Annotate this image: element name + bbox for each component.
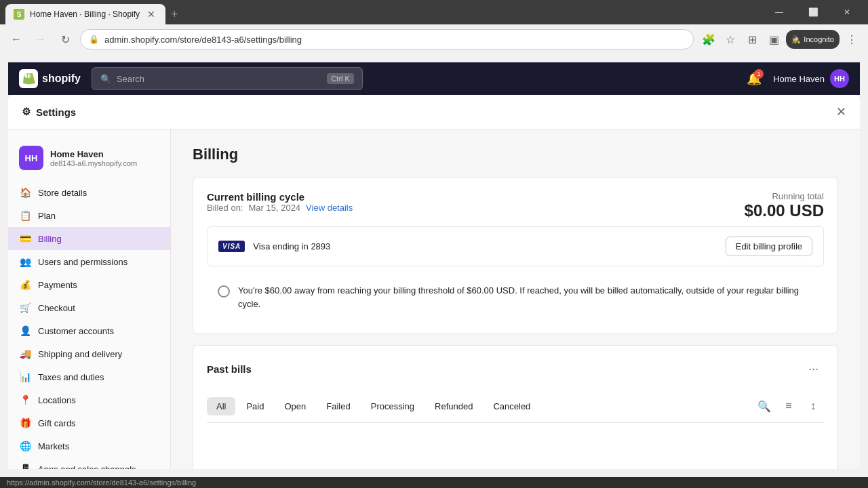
- gift-cards-icon: 🎁: [19, 417, 31, 429]
- store-name-label: Home Haven: [50, 149, 159, 159]
- sidebar-item-label: Billing: [38, 234, 62, 244]
- store-details-icon: 🏠: [19, 186, 31, 199]
- filter-tab-failed[interactable]: Failed: [317, 397, 359, 415]
- url-text: admin.shopify.com/store/de8143-a6/settin…: [104, 35, 302, 45]
- search-bills-button[interactable]: 🔍: [753, 395, 775, 417]
- active-tab[interactable]: S Home Haven · Billing · Shopify ✕: [5, 4, 165, 24]
- markets-icon: 🌐: [19, 440, 31, 452]
- tab-close-button[interactable]: ✕: [145, 8, 157, 20]
- notification-badge: 1: [754, 69, 764, 79]
- sidebar-button[interactable]: ▣: [764, 30, 783, 49]
- search-shortcut: Ctrl K: [327, 73, 354, 84]
- sidebar-item-label: Users and permissions: [38, 257, 127, 267]
- new-tab-button[interactable]: +: [165, 5, 184, 24]
- sidebar-item-shipping-delivery[interactable]: 🚚 Shipping and delivery: [8, 342, 170, 365]
- store-avatar: HH: [19, 146, 43, 170]
- gear-icon: ⚙: [22, 106, 31, 118]
- back-button[interactable]: ←: [7, 30, 26, 49]
- settings-body: HH Home Haven de8143-a6.myshopify.com 🏠 …: [8, 129, 860, 469]
- billing-cycle-top: Current billing cycle Billed on: Mar 15,…: [207, 191, 824, 224]
- store-badge[interactable]: Home Haven HH: [773, 69, 849, 88]
- billing-cycle-card: Current billing cycle Billed on: Mar 15,…: [193, 177, 838, 334]
- more-options-button[interactable]: ···: [803, 359, 824, 379]
- settings-title: ⚙ Settings: [22, 106, 76, 118]
- extensions-button[interactable]: 🧩: [699, 30, 718, 49]
- incognito-badge: 🕵 Incognito: [786, 30, 840, 49]
- sort-bills-button[interactable]: ↕: [802, 395, 824, 417]
- lock-icon: 🔒: [89, 35, 99, 44]
- apps-icon: 📱: [19, 463, 31, 469]
- visa-logo: VISA: [218, 241, 245, 252]
- running-total: Running total $0.00 USD: [745, 191, 824, 220]
- filter-tab-processing[interactable]: Processing: [361, 397, 424, 415]
- store-domain-label: de8143-a6.myshopify.com: [50, 159, 159, 167]
- past-bills-card: Past bills ··· All Paid Open Failed Proc…: [193, 345, 838, 469]
- sidebar-item-markets[interactable]: 🌐 Markets: [8, 434, 170, 458]
- billed-on-date: Mar 15, 2024: [248, 203, 300, 213]
- search-icon: 🔍: [100, 74, 111, 84]
- close-button[interactable]: ✕: [831, 0, 863, 24]
- sidebar-item-apps-sales-channels[interactable]: 📱 Apps and sales channels: [8, 458, 170, 469]
- settings-main: Billing Current billing cycle Billed on:…: [171, 129, 860, 469]
- settings-close-button[interactable]: ✕: [836, 104, 846, 119]
- tab-favicon: S: [14, 9, 24, 20]
- maximize-button[interactable]: ⬜: [797, 0, 829, 24]
- star-button[interactable]: ☆: [721, 30, 740, 49]
- threshold-notice: You're $60.00 away from reaching your bi…: [207, 274, 824, 320]
- bills-empty-area: [207, 423, 824, 469]
- sidebar-item-label: Customer accounts: [38, 326, 114, 336]
- sidebar-item-checkout[interactable]: 🛒 Checkout: [8, 296, 170, 319]
- forward-button[interactable]: →: [31, 30, 50, 49]
- filter-tab-all[interactable]: All: [207, 397, 235, 415]
- plan-icon: 📋: [19, 209, 31, 222]
- billing-icon: 💳: [19, 232, 31, 245]
- browser-titlebar: S Home Haven · Billing · Shopify ✕ + — ⬜…: [0, 0, 868, 24]
- filter-tab-open[interactable]: Open: [275, 397, 315, 415]
- menu-button[interactable]: ⋮: [842, 30, 861, 49]
- tab-search-button[interactable]: ⊞: [743, 30, 762, 49]
- minimize-button[interactable]: —: [764, 0, 795, 24]
- threshold-text: You're $60.00 away from reaching your bi…: [238, 284, 813, 310]
- bills-filters-row: All Paid Open Failed Processing Refunded…: [207, 390, 824, 423]
- sidebar-item-locations[interactable]: 📍 Locations: [8, 388, 170, 411]
- search-bar[interactable]: 🔍 Search Ctrl K: [92, 67, 363, 90]
- browser-toolbar: ← → ↻ 🔒 admin.shopify.com/store/de8143-a…: [0, 24, 868, 54]
- status-url: https://admin.shopify.com/store/de8143-a…: [7, 479, 196, 487]
- sidebar-item-store-details[interactable]: 🏠 Store details: [8, 181, 170, 204]
- edit-billing-button[interactable]: Edit billing profile: [726, 237, 812, 256]
- refresh-button[interactable]: ↻: [56, 30, 75, 49]
- shopify-logo-text: shopify: [42, 73, 81, 85]
- settings-heading: Settings: [36, 106, 76, 118]
- address-bar[interactable]: 🔒 admin.shopify.com/store/de8143-a6/sett…: [80, 29, 694, 49]
- search-placeholder: Search: [117, 74, 144, 84]
- sidebar-item-label: Apps and sales channels: [38, 464, 136, 470]
- settings-header: ⚙ Settings ✕: [8, 95, 860, 129]
- checkout-icon: 🛒: [19, 302, 31, 314]
- threshold-circle-icon: [218, 285, 230, 298]
- billing-cycle-title: Current billing cycle: [207, 191, 353, 203]
- view-details-link[interactable]: View details: [306, 203, 353, 213]
- payment-method: VISA Visa ending in 2893 Edit billing pr…: [207, 226, 824, 266]
- payments-icon: 💰: [19, 279, 31, 291]
- filter-tab-canceled[interactable]: Canceled: [484, 397, 540, 415]
- sidebar-item-label: Store details: [38, 188, 87, 198]
- filter-bills-button[interactable]: ≡: [778, 395, 800, 417]
- sidebar-item-label: Payments: [38, 280, 77, 290]
- filter-tab-paid[interactable]: Paid: [237, 397, 273, 415]
- past-bills-header: Past bills ···: [207, 359, 824, 379]
- notifications-button[interactable]: 🔔 1: [743, 68, 765, 89]
- past-bills-title: Past bills: [207, 363, 252, 375]
- sidebar-item-payments[interactable]: 💰 Payments: [8, 273, 170, 296]
- customer-accounts-icon: 👤: [19, 325, 31, 337]
- tab-title: Home Haven · Billing · Shopify: [30, 9, 140, 19]
- sidebar-item-taxes-duties[interactable]: 📊 Taxes and duties: [8, 365, 170, 388]
- sidebar-item-gift-cards[interactable]: 🎁 Gift cards: [8, 411, 170, 434]
- sidebar-item-billing[interactable]: 💳 Billing: [8, 227, 170, 250]
- sidebar-item-plan[interactable]: 📋 Plan: [8, 204, 170, 227]
- sidebar-item-users-permissions[interactable]: 👥 Users and permissions: [8, 250, 170, 273]
- settings-sidebar: HH Home Haven de8143-a6.myshopify.com 🏠 …: [8, 129, 171, 469]
- sidebar-item-label: Plan: [38, 211, 56, 221]
- sidebar-item-customer-accounts[interactable]: 👤 Customer accounts: [8, 319, 170, 342]
- filter-tab-refunded[interactable]: Refunded: [425, 397, 482, 415]
- store-info: HH Home Haven de8143-a6.myshopify.com: [8, 138, 170, 181]
